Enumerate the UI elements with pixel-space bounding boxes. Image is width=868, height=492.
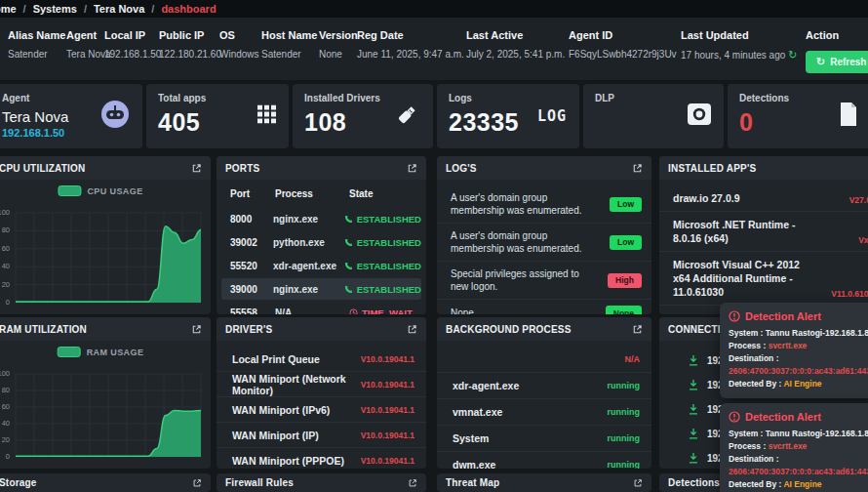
stat-card-dlp[interactable]: DLP [583,84,724,148]
expand-icon[interactable] [632,163,643,174]
y-axis-tick: 40 [0,263,10,270]
expand-icon[interactable] [192,478,202,488]
download-icon [689,355,698,366]
app-row[interactable]: draw.io 27.0.9V27.0.9 [659,185,868,212]
cpu-legend-swatch [58,185,81,196]
phone-icon [344,262,353,270]
expand-icon[interactable] [408,478,417,488]
field-version: VersionNone [319,29,358,60]
log-row[interactable]: Special privileges assigned to new logon… [437,262,651,300]
breadcrumb-agent[interactable]: Tera Nova [94,3,144,15]
log-icon: LOG [537,107,567,125]
panel-ports: PORTS PortProcessState 8000nginx.exeESTA… [217,156,426,314]
log-row[interactable]: A user's domain group membership was enu… [437,185,651,224]
robot-icon [100,100,130,133]
alert-icon [729,411,740,423]
phone-icon [344,238,353,247]
apps-grid-icon [257,105,276,128]
log-row[interactable]: NoneNone [437,300,651,314]
driver-row[interactable]: WAN Miniport (IPv6)V10.0.19041.1 [217,397,426,423]
download-icon [689,429,698,439]
field-local-ip: Local IP192.168.1.50 [104,29,161,60]
download-icon [689,404,698,415]
expand-icon[interactable] [407,324,417,335]
process-row[interactable]: dwm.exerunning [437,452,651,469]
cpu-usage-chart: 020406080100 [0,209,203,307]
expand-icon[interactable] [632,324,643,335]
field-agent-id: Agent IDF6SqyLSwbh4272r9j3Uv [569,29,677,60]
panel-ram-utilization: RAM UTILIZATION RAM USAGE 020406080100 [0,317,211,469]
expand-icon[interactable] [191,324,202,335]
panel-installed-apps: INSTALLED APP'S draw.io 27.0.9V27.0.9 Mi… [659,156,868,314]
field-action: Action ↻Refresh [806,29,868,73]
process-row[interactable]: Systemrunning [437,426,651,452]
download-icon [689,380,698,390]
panel-logs: LOG'S A user's domain group membership w… [437,156,651,314]
process-row[interactable]: vmnat.exerunning [437,399,651,426]
expand-icon[interactable] [407,163,417,174]
port-row[interactable]: 8000nginx.exeESTABLISHED [221,208,421,229]
driver-row[interactable]: Local Print QueueV10.0.19041.1 [217,347,426,372]
toast-title: Detection Alert [729,310,867,322]
stat-card-installed-drivers[interactable]: Installed Drivers 108 [293,84,433,148]
breadcrumb-systems[interactable]: Systems [33,3,77,15]
y-axis-tick: 20 [0,281,10,289]
detection-alert-toast[interactable]: Detection Alert System : Tannu Rastogi-1… [720,303,868,398]
agent-info-header: Alias NameSatender AgentTera Nova Local … [0,18,868,80]
y-axis-tick: 40 [0,420,10,428]
breadcrumb: Home / Systems / Tera Nova / dashboard [0,0,868,18]
severity-badge: Low [610,235,642,250]
clock-icon [349,308,358,315]
document-icon [839,102,858,130]
port-row[interactable]: 55520xdr-agent.exeESTABLISHED [221,255,421,276]
last-updated-refresh-icon[interactable]: ↻ [788,49,797,61]
breadcrumb-dashboard[interactable]: dashboard [161,3,216,15]
dashboard-root: { "colors":{"green":"#2ecc71","chart_fil… [0,0,868,492]
panel-firewall-rules[interactable]: Firewall Rules [217,473,426,492]
y-axis-tick: 0 [0,453,10,461]
ram-legend-swatch [58,347,81,357]
dlp-camera-icon [688,103,711,129]
app-row[interactable]: Microsoft Visual C++ 2012 x64 Additional… [659,252,868,306]
detection-alert-toast[interactable]: Detection Alert System : Tannu Rastogi-1… [720,403,868,492]
severity-badge: Low [610,197,642,212]
driver-row[interactable]: WAN Miniport (IP)V10.0.19041.1 [217,423,426,448]
severity-badge: High [608,273,642,288]
breadcrumb-home[interactable]: Home [0,3,17,15]
field-alias-name: Alias NameSatender [8,29,65,60]
port-row-selected[interactable]: 39000nginx.exeESTABLISHED [221,278,421,300]
log-row[interactable]: A user's domain group membership was enu… [437,224,651,262]
stat-card-total-apps[interactable]: Total apps 405 [146,84,289,148]
field-host-name: Host NameSatender [261,29,317,60]
severity-badge: None [606,306,642,314]
y-axis-tick: 20 [0,436,10,444]
refresh-button[interactable]: ↻Refresh [806,51,868,73]
process-row[interactable]: N/A [437,347,651,373]
port-row[interactable]: 39002python.exeESTABLISHED [221,231,421,253]
stat-card-detections[interactable]: Detections 0 [728,84,868,148]
field-last-active: Last ActiveJuly 2, 2025, 5:41 p.m. [466,29,565,60]
app-row[interactable]: Microsoft .NET Runtime - 8.0.16 (x64)Vx6… [659,212,868,252]
panel-threat-map[interactable]: Threat Map [437,473,651,492]
stat-card-agent[interactable]: Agent Tera Nova 192.168.1.50 [0,84,142,148]
ram-legend: RAM USAGE [58,347,144,357]
driver-row[interactable]: WAN Miniport (Network Monitor)V10.0.1904… [217,372,426,397]
phone-icon [344,215,353,224]
y-axis-tick: 100 [0,370,10,378]
process-row[interactable]: xdr-agent.exerunning [437,373,651,399]
panel-cpu-utilization: CPU UTILIZATION CPU USAGE 020406080100 [0,156,211,314]
refresh-icon: ↻ [816,56,825,68]
y-axis-tick: 100 [0,209,10,217]
y-axis-tick: 0 [0,299,10,307]
cpu-legend: CPU USAGE [58,185,142,196]
field-os: OSWindows [219,29,259,60]
port-row[interactable]: 55558N/ATIME_WAIT [221,302,421,314]
driver-row[interactable]: WAN Miniport (PPPOE)V10.0.19041.1 [217,448,426,469]
stat-card-logs[interactable]: Logs 23335 LOG [437,84,579,148]
panel-storage[interactable]: Storage [0,473,211,492]
expand-icon[interactable] [191,163,202,174]
expand-icon[interactable] [633,478,643,488]
usb-drive-icon [395,102,420,131]
y-axis-tick: 60 [0,245,10,253]
y-axis-tick: 60 [0,403,10,411]
